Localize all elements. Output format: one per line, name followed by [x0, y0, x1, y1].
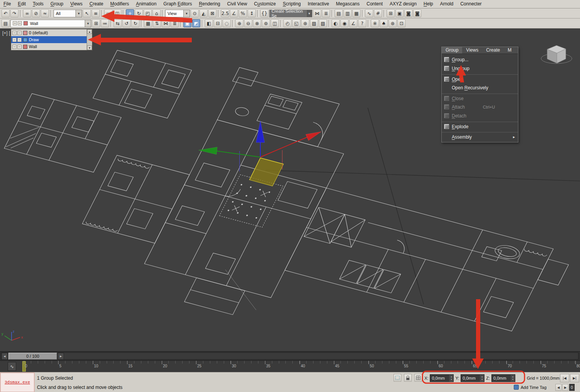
menu-scripting[interactable]: Scripting	[279, 0, 304, 8]
viewcube[interactable]	[541, 45, 572, 64]
bridge-icon[interactable]: ◫	[271, 19, 279, 27]
menu-customize[interactable]: Customize	[251, 0, 280, 8]
xview-icon[interactable]: ◩	[192, 19, 200, 27]
menu-arnold[interactable]: Arnold	[437, 0, 457, 8]
scene-explorer-icon[interactable]: ▥	[344, 9, 352, 17]
layer-freeze-toggle[interactable]: –	[17, 45, 22, 49]
chevron-down-icon[interactable]: ▾	[75, 10, 82, 17]
rendered-frame-window-icon[interactable]: ▣	[396, 9, 404, 17]
spinner-snap-icon[interactable]: ↕	[248, 9, 256, 17]
snap-toggle-icon[interactable]: 2.5	[221, 9, 229, 17]
target-weld-icon[interactable]: ⊚	[262, 19, 270, 27]
layer-hide-toggle[interactable]: –	[12, 45, 17, 49]
boolean-icon[interactable]: ◴	[283, 19, 292, 27]
layer-row[interactable]: – – 0 (default)	[11, 29, 87, 36]
toolbar-icon[interactable]	[257, 10, 259, 17]
popup-menubar-item[interactable]: M	[504, 47, 515, 54]
menu-interactive[interactable]: Interactive	[304, 0, 332, 8]
patch-icon[interactable]: ▧	[319, 19, 327, 27]
x-coordinate-field[interactable]: 0,0mm ▴▾	[430, 374, 454, 382]
loft-icon[interactable]: ◱	[292, 19, 300, 27]
tree-icon[interactable]: ♠	[380, 19, 388, 27]
menu-civil-view[interactable]: Civil View	[224, 0, 251, 8]
light-icon[interactable]: ◐	[332, 19, 340, 27]
layer-hide-toggle[interactable]: –	[12, 31, 17, 35]
select-objects-in-layer-icon[interactable]: ⇆	[114, 19, 122, 27]
context-menu-item[interactable]: Group... ▸	[442, 55, 518, 64]
go-to-end-button[interactable]: ▶|	[570, 374, 579, 382]
select-by-name-icon[interactable]: ≡	[92, 9, 100, 17]
toolbar-icon[interactable]	[232, 20, 234, 27]
chamfer-icon[interactable]: ◧	[205, 19, 213, 27]
reference-coordinate-dropdown[interactable]: View ▾	[165, 10, 190, 17]
toolbar-icon[interactable]	[180, 20, 182, 27]
track-bar[interactable]: ∿ 0 5 10 15 20 25 30 35 40 45 50	[0, 360, 580, 372]
context-menu-item[interactable]: Assembly ▸	[442, 132, 518, 141]
toolbar-icon[interactable]	[280, 20, 282, 27]
menu-tools[interactable]: Tools	[29, 0, 47, 8]
smart-extrude-icon[interactable]: ▣	[183, 19, 191, 27]
scroll-up-icon[interactable]: ▴	[87, 29, 92, 34]
menu-megascans[interactable]: Megascans	[332, 0, 363, 8]
select-and-manipulate-icon[interactable]: ◭	[199, 9, 208, 17]
scatter-icon[interactable]: ⊛	[301, 19, 309, 27]
rotate-cw-icon[interactable]: ↻	[131, 19, 139, 27]
toolbar-icon[interactable]	[123, 10, 124, 17]
toolbar-icon[interactable]	[111, 20, 112, 27]
select-object-icon[interactable]: ↖	[83, 9, 91, 17]
toolbar-icon[interactable]	[162, 10, 164, 17]
context-menu-item[interactable]: Open Recursively ▸	[442, 83, 518, 92]
add-time-tag[interactable]: Add Time Tag	[514, 385, 546, 390]
layer-list-scrollbar[interactable]: ▴ ▾	[87, 29, 92, 50]
layer-dropdown[interactable]: – – Wall ▾	[10, 20, 91, 27]
context-menu-item[interactable]: Ungroup ▸	[442, 64, 518, 73]
render-setup-icon[interactable]: ⊞	[387, 9, 395, 17]
rotate-ccw-icon[interactable]: ↺	[122, 19, 131, 27]
layer-freeze-toggle[interactable]: –	[18, 21, 22, 25]
array-icon[interactable]: ▦	[144, 19, 152, 27]
selection-lock-icon[interactable]	[404, 374, 412, 382]
toolbar-icon[interactable]	[50, 10, 52, 17]
next-key-button[interactable]: ▶	[562, 384, 568, 391]
undo-icon[interactable]: ↶	[2, 9, 10, 17]
edit-named-selections-icon[interactable]: {}	[260, 9, 268, 17]
menu-help[interactable]: Help	[420, 0, 437, 8]
scroll-down-icon[interactable]: ▾	[87, 45, 92, 50]
toggle-scene-explorer-icon[interactable]: ▤	[2, 19, 10, 27]
viewport-label[interactable]: [+] [	[2, 30, 10, 36]
layer-freeze-toggle[interactable]: –	[17, 38, 22, 42]
keyboard-override-icon[interactable]: ⊠	[208, 9, 216, 17]
chevron-down-icon[interactable]: ▾	[306, 10, 312, 17]
menu-content[interactable]: Content	[363, 0, 386, 8]
help-icon[interactable]: ?	[358, 19, 366, 27]
time-slider-track[interactable]	[1, 352, 578, 360]
go-to-start-button[interactable]: |◀	[560, 374, 569, 382]
z-spinner[interactable]: ▴▾	[511, 375, 515, 382]
camera-icon[interactable]: ◉	[340, 19, 349, 27]
menu-edit[interactable]: Edit	[14, 0, 29, 8]
add-to-active-layer-icon[interactable]: ≔	[101, 19, 109, 27]
menu-modifiers[interactable]: Modifiers	[107, 0, 132, 8]
named-selection-set-combobox[interactable]: Create Selection Se ▾	[269, 10, 312, 17]
toolbar-icon[interactable]	[141, 20, 142, 27]
toolbar-icon[interactable]	[202, 20, 203, 27]
select-and-rotate-icon[interactable]: ↻	[135, 9, 143, 17]
terrain-icon[interactable]: ▨	[310, 19, 318, 27]
render-production-icon[interactable]: ◙	[404, 9, 412, 17]
redo-icon[interactable]: ↷	[10, 9, 18, 17]
layer-row[interactable]: – – Draw	[11, 36, 87, 43]
manage-containers-icon[interactable]: ▦	[352, 9, 360, 17]
toolbar-icon[interactable]	[332, 10, 333, 17]
measure-icon[interactable]: ∠	[349, 19, 357, 27]
menu-rendering[interactable]: Rendering	[195, 0, 223, 8]
y-coordinate-field[interactable]: 0,0mm ▴▾	[461, 374, 484, 382]
layer-row[interactable]: – – Wall	[11, 43, 87, 50]
time-slider-handle[interactable]: 0 / 100	[8, 353, 57, 360]
chevron-down-icon[interactable]: ▾	[183, 10, 189, 17]
toolbar-icon[interactable]	[368, 20, 369, 27]
layer-freeze-toggle[interactable]: –	[17, 31, 22, 35]
menu-connecter[interactable]: Connecter	[457, 0, 485, 8]
layer-explorer-icon[interactable]: ▤	[335, 9, 343, 17]
weld-icon[interactable]: ⊗	[253, 19, 261, 27]
toolbar-icon[interactable]	[329, 20, 330, 27]
